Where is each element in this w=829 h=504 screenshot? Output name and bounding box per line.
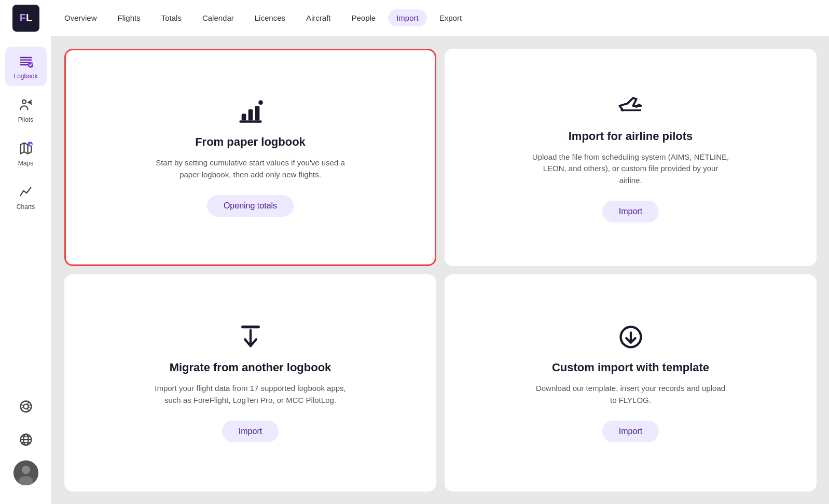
airline-pilots-title: Import for airline pilots xyxy=(569,130,693,143)
svg-point-13 xyxy=(20,401,31,412)
opening-totals-button[interactable]: Opening totals xyxy=(207,195,294,217)
migrate-icon xyxy=(237,324,264,351)
sidebar-charts-label: Charts xyxy=(17,203,35,211)
airline-pilots-desc: Upload the file from scheduling system (… xyxy=(532,151,729,187)
migrate-import-button[interactable]: Import xyxy=(222,421,279,442)
airline-pilots-icon xyxy=(617,92,644,119)
content-area: From paper logbook Start by setting cumu… xyxy=(52,36,829,504)
svg-point-27 xyxy=(22,466,30,474)
paper-logbook-title: From paper logbook xyxy=(195,135,306,149)
sidebar: Logbook Pilots xyxy=(0,36,52,504)
svg-text:★: ★ xyxy=(29,143,32,146)
sidebar-pilots-label: Pilots xyxy=(18,116,33,123)
nav-menu: Overview Flights Totals Calendar Licence… xyxy=(56,9,817,26)
sidebar-item-logbook[interactable]: Logbook xyxy=(5,47,47,86)
logo-f: F xyxy=(20,12,26,24)
svg-point-14 xyxy=(23,404,28,409)
svg-line-16 xyxy=(27,402,28,404)
sidebar-bottom xyxy=(10,394,42,494)
sidebar-item-globe[interactable] xyxy=(10,427,42,452)
import-cards-grid: From paper logbook Start by setting cumu… xyxy=(64,49,817,492)
migrate-title: Migrate from another logbook xyxy=(170,361,331,374)
svg-line-19 xyxy=(27,409,28,411)
top-navigation: FL Overview Flights Totals Calendar Lice… xyxy=(0,0,829,36)
sidebar-item-maps[interactable]: ★ Maps xyxy=(5,134,47,173)
svg-point-33 xyxy=(258,100,263,105)
nav-item-aircraft[interactable]: Aircraft xyxy=(298,9,339,26)
logbook-icon xyxy=(18,53,34,69)
paper-logbook-desc: Start by setting cumulative start values… xyxy=(152,157,349,180)
svg-point-5 xyxy=(22,100,26,104)
pilots-icon xyxy=(18,96,34,113)
nav-item-calendar[interactable]: Calendar xyxy=(194,9,242,26)
sidebar-maps-label: Maps xyxy=(18,160,33,167)
sidebar-item-pilots[interactable]: Pilots xyxy=(5,90,47,130)
custom-import-title: Custom import with template xyxy=(552,361,709,374)
sidebar-item-support[interactable] xyxy=(10,394,42,419)
card-paper-logbook[interactable]: From paper logbook Start by setting cumu… xyxy=(64,49,436,266)
paper-logbook-icon xyxy=(237,98,264,125)
svg-rect-31 xyxy=(255,106,259,120)
avatar-image xyxy=(13,460,38,485)
sidebar-item-charts[interactable]: Charts xyxy=(5,177,47,217)
svg-rect-29 xyxy=(241,114,246,120)
custom-import-icon xyxy=(617,324,644,351)
card-migrate[interactable]: Migrate from another logbook Import your… xyxy=(64,274,436,492)
svg-rect-30 xyxy=(248,109,253,121)
main-layout: Logbook Pilots xyxy=(0,36,829,504)
custom-import-desc: Download our template, insert your recor… xyxy=(532,383,729,406)
nav-item-people[interactable]: People xyxy=(343,9,384,26)
nav-item-overview[interactable]: Overview xyxy=(56,9,105,26)
nav-item-licences[interactable]: Licences xyxy=(246,9,294,26)
globe-icon xyxy=(18,431,34,448)
maps-icon: ★ xyxy=(18,140,34,157)
nav-item-import[interactable]: Import xyxy=(388,9,427,26)
custom-import-button[interactable]: Import xyxy=(602,421,659,442)
nav-item-flights[interactable]: Flights xyxy=(109,9,149,26)
card-airline-pilots[interactable]: Import for airline pilots Upload the fil… xyxy=(445,49,817,266)
migrate-desc: Import your flight data from 17 supporte… xyxy=(152,383,349,406)
support-icon xyxy=(18,398,34,415)
nav-item-totals[interactable]: Totals xyxy=(153,9,190,26)
airline-import-button[interactable]: Import xyxy=(602,201,659,222)
logo-l: L xyxy=(26,12,32,24)
card-custom-import[interactable]: Custom import with template Download our… xyxy=(445,274,817,492)
sidebar-logbook-label: Logbook xyxy=(13,73,37,80)
nav-item-export[interactable]: Export xyxy=(431,9,470,26)
logo[interactable]: FL xyxy=(12,5,39,32)
avatar[interactable] xyxy=(13,460,38,485)
charts-icon xyxy=(18,184,34,200)
